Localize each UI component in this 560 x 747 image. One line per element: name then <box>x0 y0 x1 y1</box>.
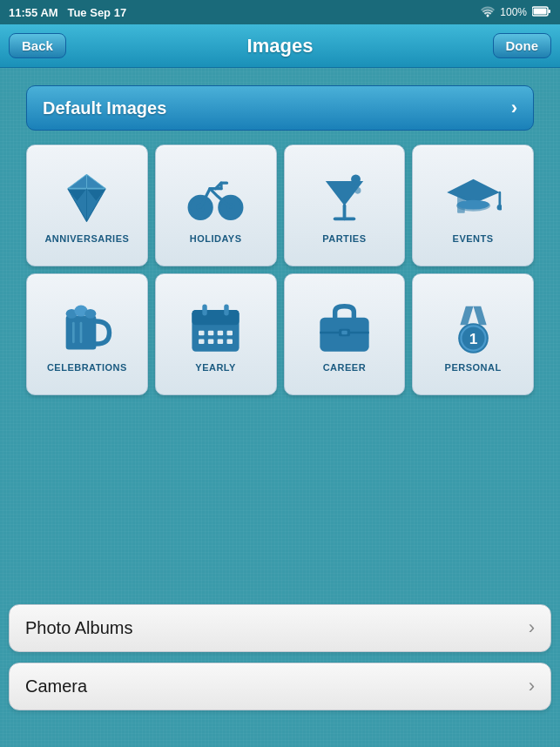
photo-albums-label: Photo Albums <box>25 618 132 638</box>
beer-icon <box>58 299 115 355</box>
diamond-icon <box>58 170 115 226</box>
svg-marker-54 <box>473 306 486 326</box>
done-button[interactable]: Done <box>493 33 552 58</box>
category-anniversaries[interactable]: ANNIVERSARIES <box>26 145 148 266</box>
svg-rect-38 <box>192 310 240 325</box>
status-right: 100% <box>481 5 551 20</box>
main-content: Default Images › <box>0 68 560 430</box>
svg-rect-40 <box>208 331 214 335</box>
svg-rect-39 <box>199 331 205 335</box>
svg-point-34 <box>85 309 97 319</box>
parties-label: PARTIES <box>322 233 366 244</box>
categories-grid: ANNIVERSARIES HOLIDAYS <box>26 145 534 395</box>
category-personal[interactable]: 1 PERSONAL <box>412 273 534 395</box>
back-button[interactable]: Back <box>9 33 66 58</box>
bottom-buttons: Photo Albums › Camera › <box>0 604 560 710</box>
svg-rect-1 <box>549 10 551 13</box>
status-bar: 11:55 AM Tue Sep 17 100% <box>0 0 560 24</box>
category-yearly[interactable]: YEARLY <box>155 273 277 395</box>
photo-albums-chevron: › <box>529 616 535 639</box>
battery-icon <box>532 6 551 19</box>
default-images-button[interactable]: Default Images › <box>26 85 534 131</box>
svg-text:1: 1 <box>469 330 477 347</box>
calendar-icon <box>187 299 244 355</box>
wifi-icon <box>481 5 495 20</box>
camera-button[interactable]: Camera › <box>9 663 551 710</box>
svg-rect-48 <box>224 305 228 316</box>
photo-albums-button[interactable]: Photo Albums › <box>9 604 551 652</box>
svg-point-30 <box>457 200 489 210</box>
svg-rect-2 <box>534 8 547 14</box>
bicycle-icon <box>187 170 244 226</box>
graduation-icon <box>445 170 502 226</box>
svg-rect-45 <box>218 340 223 344</box>
events-label: EVENTS <box>453 233 494 244</box>
svg-marker-53 <box>460 306 473 326</box>
anniversaries-label: ANNIVERSARIES <box>44 233 129 244</box>
category-holidays[interactable]: HOLIDAYS <box>155 145 277 266</box>
medal-icon: 1 <box>445 299 502 355</box>
camera-chevron: › <box>529 675 535 697</box>
personal-label: PERSONAL <box>445 362 502 373</box>
celebrations-label: CELEBRATIONS <box>47 362 127 373</box>
category-celebrations[interactable]: CELEBRATIONS <box>26 273 148 395</box>
category-career[interactable]: CAREER <box>284 273 406 395</box>
camera-label: Camera <box>25 676 87 697</box>
svg-rect-52 <box>341 331 347 334</box>
briefcase-icon <box>316 299 373 355</box>
cocktail-icon <box>316 170 373 226</box>
svg-rect-46 <box>227 340 233 344</box>
default-images-label: Default Images <box>43 98 166 118</box>
default-images-chevron: › <box>511 97 517 119</box>
svg-point-28 <box>496 205 501 211</box>
svg-rect-42 <box>227 331 233 335</box>
status-time: 11:55 AM Tue Sep 17 <box>9 6 126 19</box>
svg-rect-47 <box>202 305 206 316</box>
category-parties[interactable]: PARTIES <box>284 145 406 266</box>
svg-rect-41 <box>218 331 223 335</box>
battery-label: 100% <box>500 6 527 18</box>
svg-rect-44 <box>208 340 214 344</box>
page-title: Images <box>247 35 314 57</box>
svg-rect-43 <box>199 340 205 344</box>
holidays-label: HOLIDAYS <box>190 233 242 244</box>
career-label: CAREER <box>323 362 366 373</box>
yearly-label: YEARLY <box>195 362 236 373</box>
svg-point-24 <box>354 187 361 194</box>
category-events[interactable]: EVENTS <box>412 145 534 266</box>
nav-bar: Back Images Done <box>0 24 560 68</box>
